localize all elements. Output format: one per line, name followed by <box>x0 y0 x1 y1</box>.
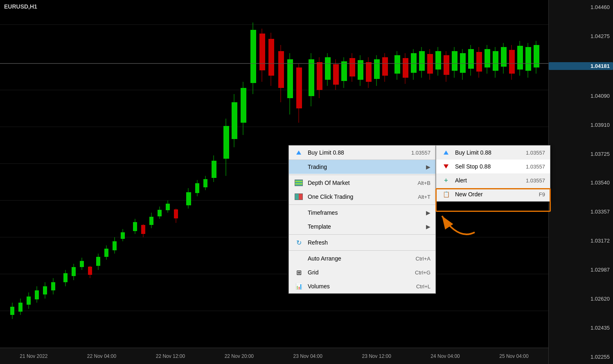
timeframes-icon <box>294 209 304 217</box>
svg-rect-117 <box>476 52 482 72</box>
menu-item-refresh[interactable]: ↻ Refresh <box>289 236 435 249</box>
timeframes-arrow: ▶ <box>426 209 430 216</box>
svg-rect-19 <box>43 286 47 294</box>
price-label-7: 1.03540 <box>549 180 613 186</box>
submenu-item-buy-limit[interactable]: Buy Limit 0.88 1.03557 <box>436 146 550 160</box>
svg-rect-87 <box>349 58 355 76</box>
x-label-7: 24 Nov 04:00 <box>430 353 460 359</box>
separator-1 <box>289 175 435 175</box>
svg-rect-41 <box>141 225 145 234</box>
volumes-label: Volumes <box>308 283 412 290</box>
submenu-item-new-order[interactable]: 📋 New Order F9 <box>436 187 550 201</box>
x-label-6: 23 Nov 12:00 <box>362 353 391 359</box>
menu-item-one-click-trading[interactable]: One Click Trading Alt+T <box>289 190 435 204</box>
svg-rect-69 <box>268 39 274 76</box>
menu-item-volumes[interactable]: 📊 Volumes Ctrl+L <box>289 279 435 293</box>
svg-rect-95 <box>382 57 388 76</box>
submenu-item-sell-stop[interactable]: Sell Stop 0.88 1.03557 <box>436 160 550 173</box>
x-label-8: 25 Nov 04:00 <box>499 353 528 359</box>
submenu-alert-icon: + <box>441 176 451 184</box>
price-label-12: 1.02435 <box>549 325 613 331</box>
chart-title: EURUSD,H1 <box>4 3 37 10</box>
x-label-4: 22 Nov 20:00 <box>225 353 254 359</box>
grid-shortcut: Ctrl+G <box>415 270 430 276</box>
submenu-sell-stop-icon <box>441 162 451 171</box>
svg-rect-91 <box>366 62 372 82</box>
one-click-trading-shortcut: Alt+T <box>418 194 430 200</box>
svg-rect-63 <box>241 88 246 123</box>
submenu-item-alert[interactable]: + Alert 1.03557 <box>436 173 550 187</box>
price-label-current: 1.04181 <box>549 62 613 70</box>
svg-rect-13 <box>18 303 23 312</box>
svg-rect-99 <box>403 58 408 78</box>
price-label-6: 1.03725 <box>549 151 613 157</box>
submenu-buy-limit-label: Buy Limit 0.88 <box>455 149 526 156</box>
menu-item-grid[interactable]: ⊞ Grid Ctrl+G <box>289 265 435 279</box>
svg-rect-53 <box>195 183 199 193</box>
svg-rect-43 <box>149 217 153 225</box>
auto-arrange-label: Auto Arrange <box>308 255 412 262</box>
dom-icon <box>294 179 304 187</box>
refresh-icon: ↻ <box>294 238 304 247</box>
svg-rect-85 <box>341 61 347 81</box>
submenu-sell-stop-value: 1.03557 <box>526 164 545 170</box>
depth-of-market-label: Depth Of Market <box>308 180 414 186</box>
svg-rect-57 <box>212 161 216 178</box>
svg-rect-101 <box>411 53 417 73</box>
refresh-label: Refresh <box>308 239 430 246</box>
price-label-13: 1.02255 <box>549 354 613 360</box>
template-label: Template <box>308 223 424 230</box>
menu-item-timeframes[interactable]: Timeframes ▶ <box>289 206 435 220</box>
price-label-11: 1.02620 <box>549 296 613 302</box>
menu-item-depth-of-market[interactable]: Depth Of Market Alt+B <box>289 176 435 190</box>
svg-rect-119 <box>485 49 490 67</box>
svg-rect-55 <box>203 179 207 187</box>
separator-3 <box>289 234 435 235</box>
svg-rect-31 <box>96 257 100 266</box>
price-label-9: 1.03172 <box>549 238 613 244</box>
one-click-trading-label: One Click Trading <box>308 193 414 200</box>
svg-rect-39 <box>133 222 137 231</box>
svg-rect-131 <box>534 45 539 67</box>
price-label-10: 1.02987 <box>549 267 613 273</box>
buy-limit-top-value: 1.03557 <box>411 150 430 156</box>
price-label-2: 1.04275 <box>549 33 613 39</box>
menu-item-trading[interactable]: Trading ▶ <box>289 160 435 174</box>
submenu-new-order-label: New Order <box>455 191 539 198</box>
svg-rect-59 <box>223 126 229 159</box>
svg-rect-27 <box>80 261 84 267</box>
price-axis: 1.04460 1.04275 1.04181 1.04090 1.03910 … <box>548 0 613 364</box>
menu-item-buy-limit-top[interactable]: Buy Limit 0.88 1.03557 <box>289 146 435 160</box>
svg-rect-37 <box>121 232 125 239</box>
svg-rect-77 <box>309 59 314 96</box>
submenu-alert-value: 1.03557 <box>526 178 545 184</box>
menu-item-template[interactable]: Template ▶ <box>289 220 435 234</box>
price-label-4: 1.04090 <box>549 93 613 99</box>
svg-rect-35 <box>113 241 117 250</box>
trading-label: Trading <box>308 164 424 170</box>
menu-item-auto-arrange[interactable]: Auto Arrange Ctrl+A <box>289 252 435 265</box>
svg-rect-93 <box>374 59 380 79</box>
svg-rect-127 <box>517 46 523 70</box>
separator-2 <box>289 204 435 205</box>
svg-rect-33 <box>104 249 108 257</box>
svg-rect-23 <box>63 273 68 282</box>
trading-submenu: Buy Limit 0.88 1.03557 Sell Stop 0.88 1.… <box>436 145 550 202</box>
svg-rect-103 <box>419 51 425 71</box>
template-arrow: ▶ <box>426 223 430 230</box>
x-axis: 21 Nov 2022 22 Nov 04:00 22 Nov 12:00 22… <box>0 348 548 364</box>
price-line <box>0 63 548 64</box>
svg-rect-25 <box>72 267 76 276</box>
x-label-1: 21 Nov 2022 <box>20 353 47 359</box>
submenu-new-order-icon: 📋 <box>441 190 451 198</box>
x-label-2: 22 Nov 04:00 <box>87 353 116 359</box>
svg-rect-97 <box>394 55 400 74</box>
svg-rect-75 <box>296 67 302 108</box>
svg-rect-111 <box>452 51 457 71</box>
svg-rect-121 <box>493 51 498 71</box>
svg-rect-71 <box>278 51 284 88</box>
price-label-1: 1.04460 <box>549 4 613 10</box>
svg-rect-83 <box>333 64 339 85</box>
svg-rect-15 <box>27 297 31 305</box>
auto-arrange-shortcut: Ctrl+A <box>416 256 430 262</box>
